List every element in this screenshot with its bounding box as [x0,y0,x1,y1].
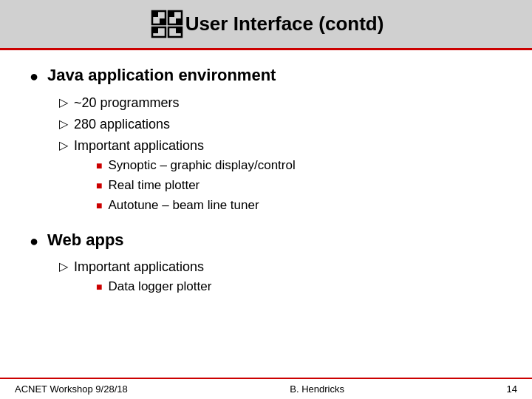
bullet-dot-web: ● [30,231,38,250]
web-apps-list: ■ Data logger plotter [96,278,211,296]
svg-rect-7 [152,27,158,33]
synoptic-label: Synoptic – graphic display/control [108,157,295,174]
list-item: ■ Synoptic – graphic display/control [96,157,296,174]
important-apps-list: ■ Synoptic – graphic display/control ■ R… [96,157,296,214]
list-item: ■ Autotune – beam line tuner [96,197,296,214]
bullet-title-java: Java application environment [47,65,276,86]
footer-workshop: ACNET Workshop 9/28/18 [15,383,128,395]
header: User Interface (contd) [0,0,532,50]
sub-text-important: Important applications [74,138,204,153]
arrow-icon: ▷ [59,95,68,111]
list-item: ▷ Important applications ■ Synoptic – gr… [59,137,502,216]
web-sub-list: ▷ Important applications ■ Data logger p… [59,258,502,298]
java-sub-list: ▷ ~20 programmers ▷ 280 applications ▷ I… [59,94,502,216]
bullet-dot-java: ● [30,66,38,86]
footer-page-number: 14 [507,383,517,395]
arrow-icon: ▷ [59,259,68,275]
square-bullet-icon: ■ [96,159,102,174]
svg-rect-5 [176,18,182,24]
square-bullet-icon: ■ [96,179,102,194]
footer: ACNET Workshop 9/28/18 B. Hendricks 14 [0,378,532,399]
svg-rect-4 [168,11,174,17]
svg-rect-2 [160,18,166,24]
bullet-title-web: Web apps [47,230,124,251]
bullet-section-web: ● Web apps ▷ Important applications ■ Da… [30,230,502,299]
square-bullet-icon: ■ [96,199,102,214]
main-content: ● Java application environment ▷ ~20 pro… [0,50,532,326]
arrow-icon: ▷ [59,137,68,154]
autotune-label: Autotune – beam line tuner [108,197,259,214]
bullet-section-java: ● Java application environment ▷ ~20 pro… [30,65,502,216]
web-important-label: Important applications [74,259,204,274]
page-title: User Interface (contd) [185,13,384,35]
list-item: ▷ 280 applications [59,115,502,134]
arrow-icon: ▷ [59,116,68,132]
sub-text-applications: 280 applications [74,115,170,134]
data-logger-label: Data logger plotter [108,278,211,296]
logo-icon [149,7,185,41]
square-bullet-icon: ■ [96,280,102,295]
real-time-plotter-label: Real time plotter [108,177,200,194]
list-item: ▷ Important applications ■ Data logger p… [59,258,502,298]
list-item: ▷ ~20 programmers [59,94,502,112]
list-item: ■ Data logger plotter [96,278,211,296]
svg-rect-9 [176,27,182,33]
svg-rect-1 [152,11,158,17]
bullet-row-web: ● Web apps [30,230,502,251]
list-item: ■ Real time plotter [96,177,296,194]
sub-text-programmers: ~20 programmers [74,94,180,112]
bullet-row-java: ● Java application environment [30,65,502,86]
footer-author: B. Hendricks [290,383,344,395]
